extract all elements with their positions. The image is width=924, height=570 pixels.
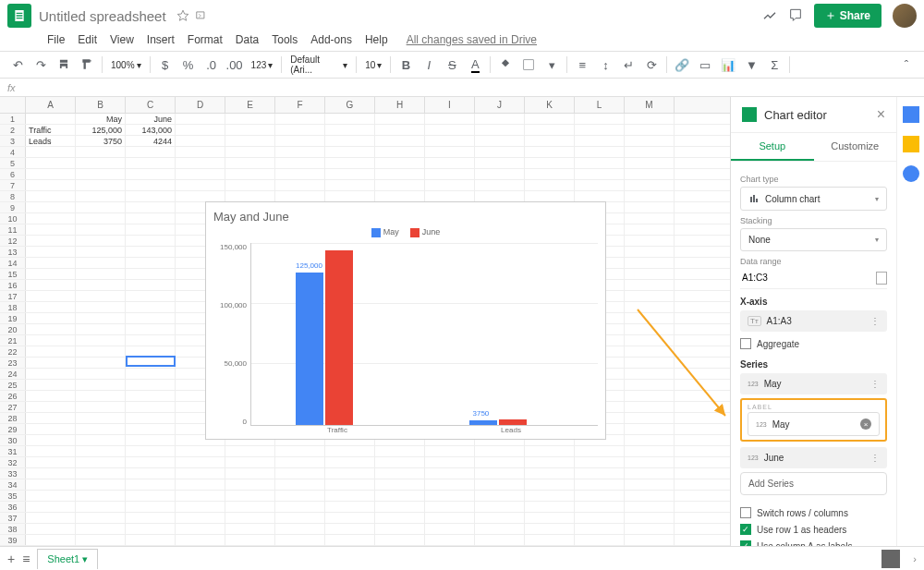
cell[interactable] — [525, 457, 575, 467]
cell[interactable] — [225, 479, 275, 490]
cell[interactable] — [26, 491, 76, 501]
cell[interactable] — [325, 136, 375, 146]
cell[interactable] — [26, 513, 76, 523]
cell[interactable] — [126, 269, 176, 279]
row-header[interactable]: 32 — [0, 457, 26, 467]
cell[interactable] — [126, 457, 176, 467]
cell[interactable] — [76, 335, 126, 346]
cell[interactable] — [126, 380, 176, 390]
menu-insert[interactable]: Insert — [141, 31, 180, 48]
decrease-decimal-icon[interactable]: .0 — [201, 55, 222, 75]
cell[interactable] — [525, 191, 575, 201]
side-panel-toggle[interactable]: › — [913, 553, 917, 564]
cell[interactable] — [475, 147, 525, 157]
cell[interactable] — [625, 202, 675, 212]
row-header[interactable]: 20 — [0, 324, 26, 334]
labels-checkbox[interactable] — [740, 540, 751, 546]
cell[interactable] — [325, 169, 375, 179]
rotate-icon[interactable]: ⟳ — [641, 55, 662, 75]
cell[interactable] — [575, 147, 625, 157]
cell[interactable] — [126, 213, 176, 224]
cell[interactable] — [475, 535, 525, 545]
cell[interactable] — [26, 302, 76, 312]
cell[interactable] — [425, 513, 475, 523]
cell[interactable] — [26, 524, 76, 534]
row-header[interactable]: 36 — [0, 502, 26, 512]
cell[interactable] — [26, 468, 76, 479]
cell[interactable] — [525, 535, 575, 545]
col-header[interactable]: C — [126, 97, 176, 113]
cell[interactable] — [76, 324, 126, 334]
row-header[interactable]: 25 — [0, 380, 26, 390]
cell[interactable] — [26, 236, 76, 246]
cell[interactable] — [26, 380, 76, 390]
cell[interactable] — [525, 479, 575, 490]
cell[interactable] — [525, 491, 575, 501]
cell[interactable] — [26, 280, 76, 290]
embedded-chart[interactable]: May and June May June 150,000 100,000 50… — [205, 201, 606, 440]
sheets-logo[interactable] — [7, 4, 31, 28]
percent-icon[interactable]: % — [178, 55, 199, 75]
cell[interactable] — [575, 535, 625, 545]
cell[interactable] — [475, 125, 525, 135]
row-header[interactable]: 14 — [0, 258, 26, 268]
number-format-select[interactable]: 123 ▾ — [248, 58, 277, 72]
col-header[interactable]: K — [525, 97, 575, 113]
cell[interactable] — [176, 502, 225, 512]
currency-icon[interactable]: $ — [155, 55, 176, 75]
row-header[interactable]: 35 — [0, 491, 26, 501]
cell[interactable] — [525, 446, 575, 456]
cell[interactable] — [225, 524, 275, 534]
save-status[interactable]: All changes saved in Drive — [401, 31, 542, 48]
tab-customize[interactable]: Customize — [814, 133, 897, 161]
cell[interactable] — [176, 147, 225, 157]
cell[interactable] — [325, 513, 375, 523]
cell[interactable] — [176, 136, 225, 146]
cell[interactable] — [126, 224, 176, 235]
borders-icon[interactable] — [518, 55, 539, 75]
cell[interactable] — [375, 457, 425, 467]
cell[interactable] — [76, 513, 126, 523]
row-header[interactable]: 27 — [0, 402, 26, 412]
cell[interactable] — [525, 125, 575, 135]
cell[interactable] — [76, 424, 126, 434]
cell[interactable] — [225, 468, 275, 479]
cell[interactable] — [76, 224, 126, 235]
cell[interactable] — [425, 147, 475, 157]
link-icon[interactable]: 🔗 — [672, 55, 692, 75]
cell[interactable] — [76, 258, 126, 268]
cell[interactable] — [76, 502, 126, 512]
cell[interactable] — [126, 491, 176, 501]
cell[interactable] — [425, 125, 475, 135]
cell[interactable] — [425, 502, 475, 512]
cell[interactable] — [375, 180, 425, 190]
row-header[interactable]: 10 — [0, 213, 26, 224]
share-button[interactable]: Share — [814, 4, 881, 28]
cell[interactable] — [375, 502, 425, 512]
cell[interactable] — [275, 169, 325, 179]
doc-title[interactable]: Untitled spreadsheet — [39, 8, 166, 24]
row-header[interactable]: 37 — [0, 513, 26, 523]
cell[interactable] — [76, 369, 126, 379]
cell[interactable] — [525, 114, 575, 124]
cell[interactable] — [625, 424, 675, 434]
cell[interactable] — [176, 535, 225, 545]
cell[interactable] — [126, 446, 176, 456]
cell[interactable] — [76, 191, 126, 201]
cell[interactable]: 143,000 — [126, 125, 176, 135]
cell[interactable] — [26, 369, 76, 379]
cell[interactable] — [126, 313, 176, 323]
redo-icon[interactable]: ↷ — [30, 55, 51, 75]
cell[interactable] — [275, 513, 325, 523]
cell[interactable] — [26, 269, 76, 279]
cell[interactable] — [26, 502, 76, 512]
series-field-may[interactable]: 123May⋮ — [740, 373, 887, 394]
cell[interactable] — [325, 468, 375, 479]
aggregate-checkbox[interactable] — [740, 338, 751, 349]
remove-label-icon[interactable]: × — [860, 418, 871, 430]
cell[interactable] — [575, 114, 625, 124]
cell[interactable] — [76, 524, 126, 534]
headers-checkbox[interactable] — [740, 524, 751, 535]
cell[interactable] — [625, 147, 675, 157]
cell[interactable] — [425, 191, 475, 201]
